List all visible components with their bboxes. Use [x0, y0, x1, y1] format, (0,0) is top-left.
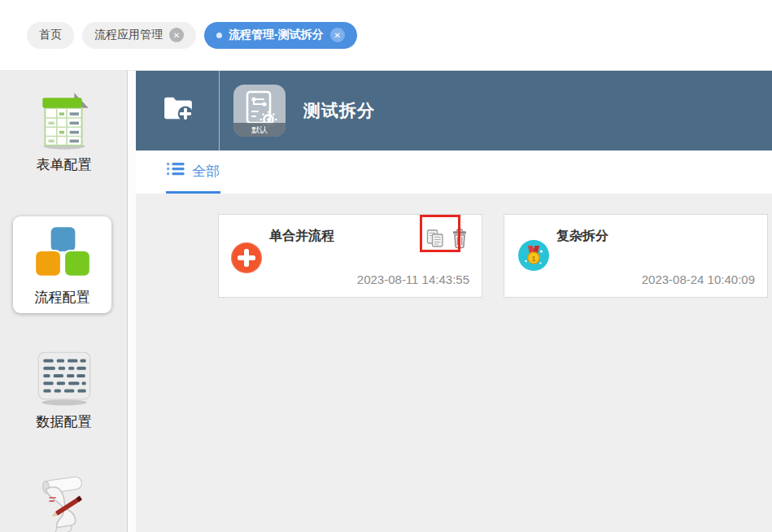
- app-window: 首页 流程应用管理 ✕ 流程管理-测试拆分 ✕: [0, 0, 772, 532]
- tab-label: 流程应用管理: [94, 28, 163, 42]
- tab-all-label: 全部: [192, 162, 220, 181]
- script-scroll-icon: [32, 468, 97, 532]
- active-dot-icon: [216, 33, 222, 38]
- plus-circle-icon: [231, 242, 262, 273]
- copy-icon[interactable]: [425, 228, 446, 249]
- process-blocks-icon: [30, 223, 95, 286]
- content-area: 单合并流程 2023-08-11 14:43:55: [136, 194, 772, 532]
- sidebar-item-data-config[interactable]: 数据配置: [0, 346, 128, 431]
- delete-icon[interactable]: [449, 228, 470, 249]
- form-table-icon: [33, 89, 96, 154]
- page-title: 测试拆分: [303, 71, 375, 150]
- folder-add-button[interactable]: [163, 94, 194, 122]
- workflow-doc-icon[interactable]: 默认: [233, 85, 286, 137]
- tab-process-app-management[interactable]: 流程应用管理 ✕: [82, 22, 196, 49]
- tab-process-management-test-split[interactable]: 流程管理-测试拆分 ✕: [204, 22, 357, 49]
- sidebar-item-process-config[interactable]: 流程配置: [13, 216, 111, 313]
- card-title: 单合并流程: [269, 228, 334, 245]
- header-divider: [219, 71, 220, 150]
- close-icon[interactable]: ✕: [330, 28, 345, 42]
- tab-label: 首页: [39, 28, 62, 42]
- card-timestamp: 2023-08-24 10:40:09: [642, 273, 755, 286]
- tab-label: 流程管理-测试拆分: [229, 28, 324, 42]
- default-badge: 默认: [233, 123, 286, 137]
- sidebar-item-label: 数据配置: [37, 412, 92, 431]
- sidebar-item-form-config[interactable]: 表单配置: [0, 89, 128, 174]
- flow-card-single-merge[interactable]: 单合并流程 2023-08-11 14:43:55: [218, 214, 482, 298]
- data-list-icon: [33, 346, 96, 411]
- view-tab-bar: 全部: [136, 150, 772, 194]
- top-tab-bar: 首页 流程应用管理 ✕ 流程管理-测试拆分 ✕: [0, 0, 772, 71]
- medal-icon: 1: [518, 240, 549, 271]
- flow-card-complex-split[interactable]: 1 复杂拆分 2023-08-24 10:40:09: [504, 214, 768, 298]
- card-title: 复杂拆分: [556, 228, 608, 245]
- module-header: 默认 测试拆分: [136, 71, 772, 150]
- card-timestamp: 2023-08-11 14:43:55: [357, 273, 469, 286]
- sidebar-main-gutter: [128, 71, 136, 532]
- list-icon: [167, 162, 185, 180]
- tab-all[interactable]: 全部: [166, 150, 220, 194]
- sidebar-item-label: 表单配置: [37, 155, 92, 174]
- sidebar-item-label: 流程配置: [35, 288, 90, 307]
- close-icon[interactable]: ✕: [169, 28, 184, 42]
- sidebar-item-script-config[interactable]: [0, 468, 128, 532]
- svg-text:1: 1: [531, 255, 535, 263]
- sidebar: 表单配置 流程配置: [0, 71, 128, 532]
- tab-home[interactable]: 首页: [27, 22, 74, 49]
